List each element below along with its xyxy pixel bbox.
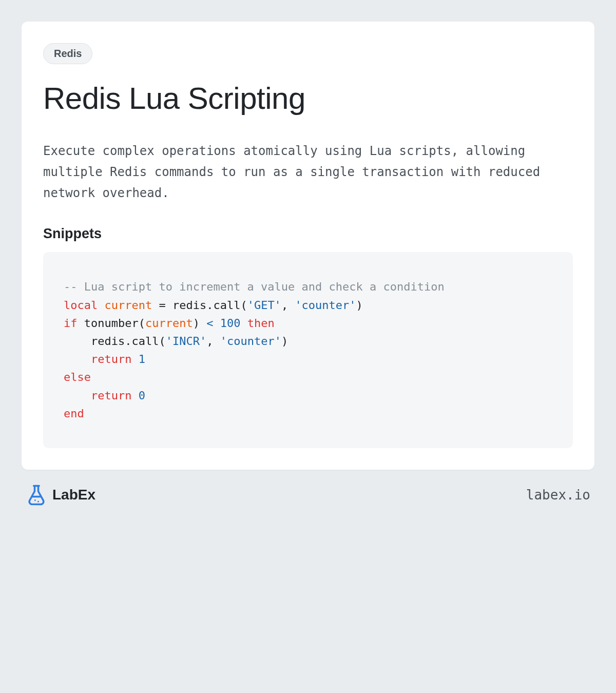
page-title: Redis Lua Scripting [43,81,573,116]
snippets-heading: Snippets [43,226,573,242]
code-snippet: -- Lua script to increment a value and c… [43,252,573,448]
brand-block: LabEx [26,484,95,506]
brand-name: LabEx [52,487,95,503]
content-card: Redis Redis Lua Scripting Execute comple… [22,22,594,470]
category-tag: Redis [43,43,92,64]
svg-point-1 [37,501,39,503]
footer-url: labex.io [526,487,590,503]
description-text: Execute complex operations atomically us… [43,141,573,203]
footer: LabEx labex.io [22,470,594,506]
flask-icon [26,484,47,506]
svg-point-0 [34,499,36,501]
